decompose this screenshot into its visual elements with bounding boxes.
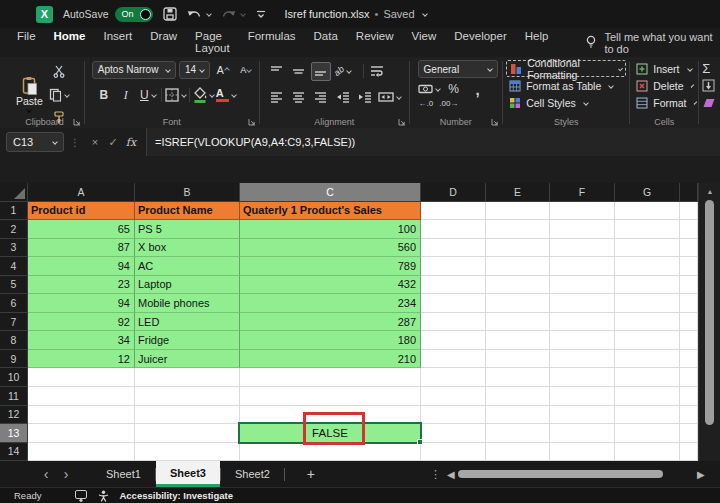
cell-D12[interactable] <box>421 406 486 425</box>
column-header-A[interactable]: A <box>28 183 135 202</box>
row-header-3[interactable]: 3 <box>0 239 28 258</box>
cell-C2[interactable]: 100 <box>240 220 421 239</box>
sheet-tab-sheet2[interactable]: Sheet2 <box>221 461 284 487</box>
row-header-4[interactable]: 4 <box>0 257 28 276</box>
alignment-dialog-launcher[interactable] <box>398 118 406 126</box>
cell-styles-button[interactable]: Cell Styles <box>506 94 626 111</box>
document-title-area[interactable]: Isref function.xlsx • Saved <box>285 8 427 20</box>
cell-A13[interactable] <box>28 424 135 443</box>
cell-E9[interactable] <box>486 350 550 369</box>
font-color-button[interactable]: A <box>216 86 236 105</box>
cell-A11[interactable] <box>28 387 135 406</box>
formula-bar-grip[interactable]: ⋮ <box>70 137 80 148</box>
cell-G14[interactable] <box>615 443 680 462</box>
cell-G12[interactable] <box>615 406 680 425</box>
undo-button[interactable] <box>187 8 211 20</box>
font-dialog-launcher[interactable] <box>248 118 256 126</box>
cut-button[interactable] <box>49 62 69 81</box>
cell-E5[interactable] <box>486 276 550 295</box>
clipboard-dialog-launcher[interactable] <box>73 118 81 126</box>
cell-C11[interactable] <box>240 387 421 406</box>
cell-E1[interactable] <box>486 202 550 221</box>
cell-A3[interactable]: 87 <box>28 239 135 258</box>
insert-function-button[interactable]: fx <box>122 136 140 149</box>
fill-color-button[interactable] <box>193 86 214 105</box>
cell-C1[interactable]: Quaterly 1 Product's Sales <box>240 202 421 221</box>
cell-D3[interactable] <box>421 239 486 258</box>
row-header-7[interactable]: 7 <box>0 313 28 332</box>
cell-E8[interactable] <box>486 331 550 350</box>
cell-G11[interactable] <box>615 387 680 406</box>
cell-E13[interactable] <box>486 424 550 443</box>
excel-logo-icon[interactable]: X <box>36 6 53 23</box>
cell-C6[interactable]: 234 <box>240 294 421 313</box>
cell-A7[interactable]: 92 <box>28 313 135 332</box>
font-size-select[interactable]: 14 <box>179 61 210 79</box>
cell-E10[interactable] <box>486 368 550 387</box>
cell-A12[interactable] <box>28 406 135 425</box>
cell-D1[interactable] <box>421 202 486 221</box>
cell-h6[interactable] <box>680 294 698 313</box>
horizontal-scroll-thumb[interactable] <box>458 470 663 478</box>
increase-indent-button[interactable] <box>355 87 375 106</box>
increase-font-button[interactable]: A <box>213 60 233 79</box>
cell-B4[interactable]: AC <box>135 257 240 276</box>
cell-C5[interactable]: 432 <box>240 276 421 295</box>
cell-h10[interactable] <box>680 368 698 387</box>
cancel-button[interactable]: × <box>86 136 104 148</box>
increase-decimal-button[interactable]: ←.0 <box>419 99 434 108</box>
top-align-button[interactable] <box>267 62 287 81</box>
fill-button[interactable] <box>702 77 718 94</box>
percent-style-button[interactable]: % <box>444 81 464 97</box>
cell-G4[interactable] <box>615 257 680 276</box>
number-dialog-launcher[interactable] <box>491 118 499 126</box>
borders-button[interactable] <box>165 86 186 105</box>
save-icon[interactable] <box>163 7 177 21</box>
cell-G8[interactable] <box>615 331 680 350</box>
cell-F13[interactable] <box>550 424 615 443</box>
cell-h1[interactable] <box>680 202 698 221</box>
row-header-1[interactable]: 1 <box>0 202 28 221</box>
sheet-tab-sheet1[interactable]: Sheet1 <box>92 461 155 487</box>
conditional-formatting-button[interactable]: Conditional Formatting <box>506 60 626 77</box>
decrease-font-button[interactable]: A <box>236 60 256 79</box>
tab-bar-menu[interactable]: ⋮ <box>430 468 441 481</box>
cell-F3[interactable] <box>550 239 615 258</box>
scroll-right-arrow[interactable]: ▶ <box>697 469 705 480</box>
cell-F6[interactable] <box>550 294 615 313</box>
quick-access-overflow-button[interactable] <box>255 8 267 20</box>
row-header-11[interactable]: 11 <box>0 387 28 406</box>
column-header-E[interactable]: E <box>486 183 550 202</box>
cell-D5[interactable] <box>421 276 486 295</box>
cell-A8[interactable]: 34 <box>28 331 135 350</box>
cell-A2[interactable]: 65 <box>28 220 135 239</box>
cell-B14[interactable] <box>135 443 240 462</box>
vertical-scrollbar[interactable]: ▲ <box>698 183 720 461</box>
tell-me-search[interactable]: Tell me what you want to do <box>585 31 720 55</box>
row-header-13[interactable]: 13 <box>0 424 28 443</box>
cell-h4[interactable] <box>680 257 698 276</box>
middle-align-button[interactable] <box>289 62 309 81</box>
cell-h14[interactable] <box>680 443 698 462</box>
column-header-partial[interactable] <box>680 183 698 202</box>
cell-B5[interactable]: Laptop <box>135 276 240 295</box>
cell-F4[interactable] <box>550 257 615 276</box>
cell-F7[interactable] <box>550 313 615 332</box>
cell-G6[interactable] <box>615 294 680 313</box>
cell-E4[interactable] <box>486 257 550 276</box>
cell-h7[interactable] <box>680 313 698 332</box>
delete-cells-button[interactable]: Delete <box>633 77 695 94</box>
cell-B11[interactable] <box>135 387 240 406</box>
cell-D9[interactable] <box>421 350 486 369</box>
cell-B8[interactable]: Fridge <box>135 331 240 350</box>
cell-A5[interactable]: 23 <box>28 276 135 295</box>
cell-G7[interactable] <box>615 313 680 332</box>
cell-A4[interactable]: 94 <box>28 257 135 276</box>
decrease-indent-button[interactable] <box>333 87 353 106</box>
cell-E3[interactable] <box>486 239 550 258</box>
column-header-G[interactable]: G <box>615 183 680 202</box>
cell-B12[interactable] <box>135 406 240 425</box>
prev-sheet-button[interactable]: ‹ <box>36 466 56 482</box>
cell-A10[interactable] <box>28 368 135 387</box>
align-left-button[interactable] <box>267 87 287 106</box>
